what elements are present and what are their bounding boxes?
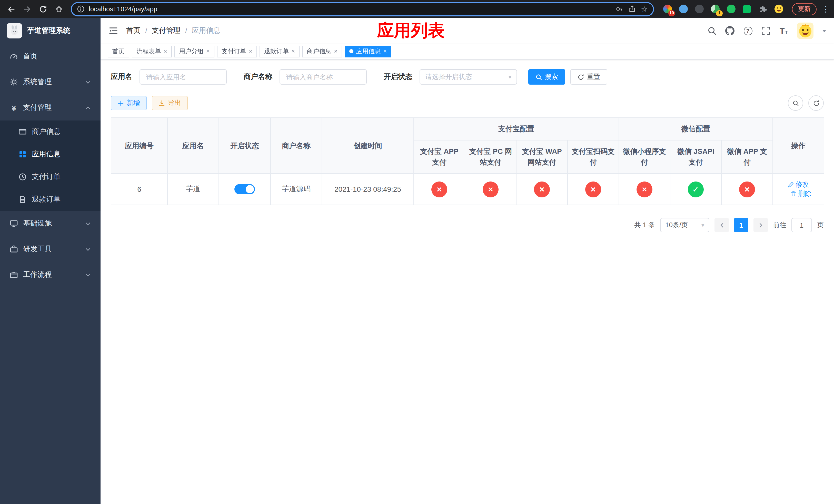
group-header-alipay: 支付宝配置 [414,118,619,140]
extension-icon-green-badge[interactable]: 1 [709,3,721,15]
col-header-created: 创建时间 [322,118,414,174]
close-icon[interactable]: × [163,48,167,54]
app-table: 应用编号 应用名 开启状态 商户名称 创建时间 支付宝配置 微信配置 操作 支付… [111,117,824,205]
url-text[interactable]: localhost:1024/pay/app [89,5,157,13]
tab-refund-orders[interactable]: 退款订单 × [260,45,300,57]
browser-toolbar: localhost:1024/pay/app ☆ 10 1 [0,0,834,18]
browser-update-button[interactable]: 更新 [792,3,816,15]
col-header-wx-jsapi: 微信 JSAPI 支付 [670,140,721,174]
breadcrumb-payment[interactable]: 支付管理 [152,26,180,36]
page-size-select[interactable]: 10条/页 ▾ [660,218,709,232]
help-icon[interactable]: ? [743,26,752,36]
monitor-icon [10,220,18,228]
breadcrumb-home[interactable]: 首页 [126,26,140,36]
goto-unit: 页 [817,221,824,230]
grid-icon [19,150,27,158]
page-content: 应用名 商户名称 开启状态 请选择开启状态 ▾ 搜索 重置 [101,60,834,504]
password-key-icon[interactable] [615,5,623,13]
sidebar-menu: 首页 系统管理 ¥ 支付管理 [0,44,101,504]
app-title: 芋道管理系统 [27,26,70,36]
sidebar: 芋道管理系统 首页 系统管理 [0,18,101,504]
extension-icon-wechat-devtool[interactable] [741,3,753,15]
navbar-actions: ? TT [707,23,826,39]
export-button[interactable]: 导出 [152,96,188,110]
merchant-name-label: 商户名称 [244,72,272,82]
sidebar-item-workflow[interactable]: 工作流程 [0,262,101,288]
status-label: 开启状态 [384,72,412,82]
user-avatar[interactable] [797,23,813,39]
status-toggle[interactable] [235,184,255,194]
extension-badge: 10 [668,10,675,16]
close-icon[interactable]: × [249,48,253,54]
sidebar-toggle-icon[interactable] [108,26,118,36]
extension-icon-green[interactable] [725,3,737,15]
goto-page-input[interactable] [791,218,812,232]
filter-form: 应用名 商户名称 开启状态 请选择开启状态 ▾ 搜索 重置 [111,69,824,85]
app-logo[interactable]: 芋道管理系统 [0,18,101,44]
reset-button[interactable]: 重置 [570,69,607,85]
sidebar-item-dev-tools[interactable]: 研发工具 [0,236,101,262]
browser-home-button[interactable] [52,2,66,16]
next-page-button[interactable] [753,218,768,232]
chevron-down-icon: ▾ [508,74,511,80]
merchant-name-input[interactable] [280,69,367,85]
viewport: localhost:1024/pay/app ☆ 10 1 [0,0,834,504]
font-size-icon[interactable]: TT [779,26,788,36]
sidebar-item-merchant-info[interactable]: 商户信息 [0,120,101,143]
sidebar-item-label: 应用信息 [32,150,61,159]
tab-home[interactable]: 首页 [108,45,129,57]
fullscreen-icon[interactable] [761,26,770,36]
tab-process-form[interactable]: 流程表单 × [132,45,172,57]
sidebar-item-app-info[interactable]: 应用信息 [0,143,101,166]
col-header-wx-app: 微信 APP 支付 [721,140,773,174]
avatar-dropdown-caret[interactable] [822,29,826,32]
github-icon[interactable] [725,26,734,36]
status-select[interactable]: 请选择开启状态 ▾ [420,69,517,85]
breadcrumb: 首页 / 支付管理 / 应用信息 [126,26,221,36]
prev-page-button[interactable] [715,218,729,232]
close-icon[interactable]: × [291,48,295,54]
close-icon[interactable]: × [383,48,387,54]
refresh-table-icon[interactable] [808,95,824,111]
share-icon[interactable] [628,5,636,13]
close-icon[interactable]: × [334,48,337,54]
group-header-wechat: 微信配置 [619,118,773,140]
sidebar-item-infrastructure[interactable]: 基础设施 [0,211,101,236]
tab-payment-orders[interactable]: 支付订单 × [217,45,257,57]
address-bar[interactable]: localhost:1024/pay/app ☆ [71,2,654,16]
sidebar-item-refund-orders[interactable]: 退款订单 [0,188,101,211]
browser-menu-icon[interactable]: ⋮ [822,4,830,14]
sidebar-item-system[interactable]: 系统管理 [0,69,101,95]
search-icon[interactable] [707,26,717,36]
page-1-button[interactable]: 1 [734,218,748,232]
close-icon[interactable]: × [206,48,210,54]
sidebar-item-payment[interactable]: ¥ 支付管理 [0,95,101,120]
browser-forward-button[interactable] [20,2,34,16]
tab-user-group[interactable]: 用户分组 × [174,45,214,57]
extension-icon-blue[interactable] [677,3,689,15]
tab-merchant-info[interactable]: 商户信息 × [302,45,342,57]
browser-extensions: 10 1 [659,3,787,15]
extensions-puzzle-icon[interactable] [756,3,769,15]
tab-app-info[interactable]: 应用信息 × [345,45,391,57]
sidebar-item-payment-orders[interactable]: 支付订单 [0,166,101,188]
wx-lite-status-icon: × [637,181,653,197]
profile-emoji-icon[interactable] [772,3,785,15]
browser-refresh-button[interactable] [36,2,50,16]
extension-icon-colorful[interactable]: 10 [661,3,674,15]
table-toolbar: 新增 导出 [111,95,824,111]
bookmark-star-icon[interactable]: ☆ [641,5,648,13]
add-button[interactable]: 新增 [111,96,147,110]
alipay-pc-status-icon: × [483,181,499,197]
toggle-search-icon[interactable] [788,95,803,111]
col-header-alipay-app: 支付宝 APP 支付 [414,140,465,174]
search-button[interactable]: 搜索 [528,69,565,85]
extension-icon-dark[interactable] [693,3,705,15]
order-clock-icon [19,173,27,181]
app-name-input[interactable] [139,69,227,85]
browser-back-button[interactable] [4,2,18,16]
sidebar-item-home[interactable]: 首页 [0,44,101,69]
delete-link[interactable]: 删除 [790,189,811,199]
site-info-icon[interactable] [77,5,85,13]
edit-link[interactable]: 修改 [788,180,809,189]
